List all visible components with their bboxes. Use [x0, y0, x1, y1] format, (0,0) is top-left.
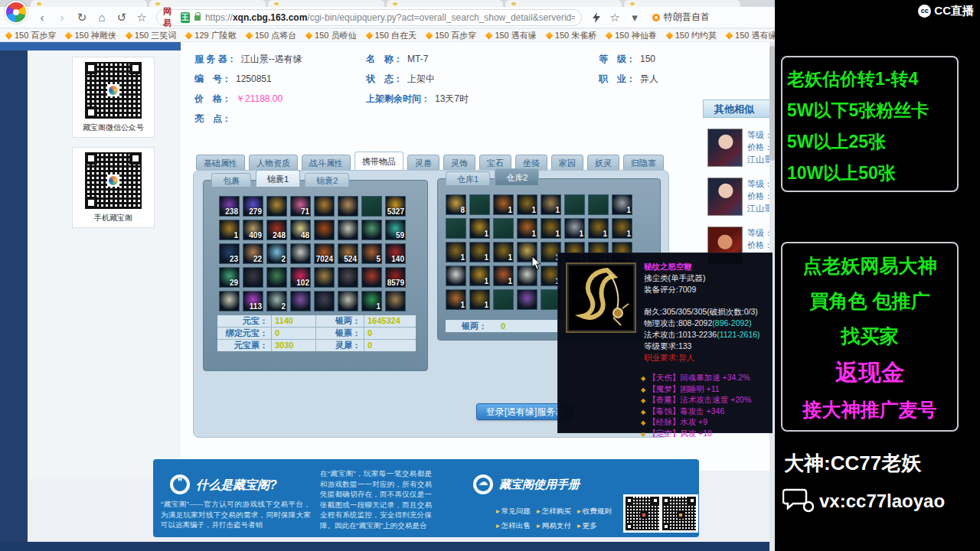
- item-slot[interactable]: 1: [219, 220, 240, 240]
- inventory-tab[interactable]: 锦囊2: [305, 173, 349, 187]
- item-slot[interactable]: 524: [338, 243, 358, 264]
- bookmark-item[interactable]: 150 神雕侠: [66, 30, 116, 41]
- item-slot[interactable]: [469, 194, 490, 215]
- back-icon[interactable]: ‹: [32, 11, 52, 24]
- dropdown-caret-icon[interactable]: ▾: [625, 11, 645, 24]
- browser-tab[interactable]: [624, 0, 740, 7]
- bookmark-item[interactable]: 150 三笑词: [126, 30, 176, 41]
- browser-tab[interactable]: [387, 0, 503, 7]
- item-slot[interactable]: 1: [541, 194, 561, 215]
- reload-icon[interactable]: ↻: [72, 11, 92, 24]
- tab-3[interactable]: 携带物品: [354, 152, 403, 170]
- item-slot[interactable]: [266, 267, 287, 288]
- bookmark-item[interactable]: 150 约约莫: [667, 30, 717, 41]
- bookmark-item[interactable]: 150 点将台: [247, 30, 296, 41]
- item-slot[interactable]: [361, 196, 382, 217]
- item-slot[interactable]: [517, 289, 537, 310]
- address-bar[interactable]: 网易 王 https://xqn.cbg.163.com/cgi-bin/equ…: [156, 9, 582, 26]
- item-slot[interactable]: [338, 196, 358, 217]
- item-slot[interactable]: 113: [243, 291, 263, 311]
- inventory-tab[interactable]: 包裹: [211, 173, 251, 187]
- item-slot[interactable]: [314, 291, 335, 311]
- item-slot[interactable]: 238: [219, 196, 240, 217]
- item-slot[interactable]: 140: [385, 243, 406, 264]
- hot-search-text[interactable]: 特朗普自首: [664, 11, 710, 24]
- tab-4[interactable]: 灵兽: [407, 155, 439, 170]
- browser-logo-icon[interactable]: [5, 1, 28, 24]
- similar-item-avatar[interactable]: [707, 129, 743, 167]
- tab-1[interactable]: 人物资质: [249, 155, 298, 170]
- item-slot[interactable]: 1: [517, 218, 537, 239]
- item-slot[interactable]: 1: [588, 218, 609, 239]
- tab-2[interactable]: 战斗属性: [302, 155, 351, 170]
- item-slot[interactable]: 1: [469, 218, 490, 239]
- item-slot[interactable]: 1: [564, 218, 585, 239]
- item-slot[interactable]: [564, 194, 585, 215]
- history-icon[interactable]: ↺: [112, 11, 132, 24]
- scrollbar-thumb[interactable]: [769, 46, 775, 161]
- bookmark-item[interactable]: 150 遇有缘: [486, 30, 536, 41]
- tab-9[interactable]: 妖灵: [587, 155, 619, 170]
- footer-link[interactable]: ▸网易支付: [537, 518, 577, 533]
- item-slot[interactable]: [588, 194, 609, 215]
- item-slot[interactable]: 1: [446, 289, 466, 310]
- item-slot[interactable]: [493, 218, 514, 239]
- lightning-icon[interactable]: [592, 12, 601, 23]
- extension-badge[interactable]: 王: [181, 12, 190, 23]
- tab-7[interactable]: 坐骑: [515, 155, 547, 170]
- item-slot[interactable]: 1: [541, 218, 561, 239]
- item-slot[interactable]: 1: [493, 242, 514, 262]
- item-slot[interactable]: 1: [361, 291, 382, 311]
- item-slot[interactable]: 1: [469, 289, 490, 310]
- bookmark-star-icon[interactable]: ☆: [605, 11, 625, 24]
- bookmark-item[interactable]: 150 百步穿: [6, 30, 56, 41]
- bookmark-item[interactable]: 150 自在天: [367, 30, 416, 41]
- item-slot[interactable]: 1: [612, 194, 632, 215]
- item-slot[interactable]: [361, 220, 382, 240]
- item-slot[interactable]: 2: [266, 291, 287, 311]
- footer-link[interactable]: ▸常见问题: [496, 504, 537, 518]
- item-slot[interactable]: 23: [219, 243, 240, 264]
- item-slot[interactable]: [243, 267, 263, 288]
- tab-6[interactable]: 宝石: [479, 155, 511, 170]
- url-text[interactable]: https://xqn.cbg.163.com/cgi-bin/equipque…: [205, 12, 575, 23]
- item-slot[interactable]: 248: [266, 220, 287, 240]
- footer-link[interactable]: ▸更多: [577, 518, 618, 533]
- item-slot[interactable]: [385, 291, 406, 311]
- bookmark-item[interactable]: 150 遇有缘: [727, 30, 775, 41]
- item-slot[interactable]: 2: [266, 243, 287, 264]
- forward-icon[interactable]: ›: [52, 11, 72, 24]
- item-slot[interactable]: 22: [243, 243, 263, 264]
- bookmark-item[interactable]: 150 朱雀桥: [547, 30, 596, 41]
- item-slot[interactable]: 1: [493, 194, 514, 215]
- item-slot[interactable]: 59: [385, 220, 406, 240]
- item-slot[interactable]: 71: [290, 196, 311, 217]
- inventory-tab[interactable]: 仓库1: [446, 171, 490, 185]
- bookmark-item[interactable]: 150 神仙眷: [606, 30, 656, 41]
- item-slot[interactable]: [266, 196, 287, 217]
- item-slot[interactable]: 1: [446, 242, 466, 262]
- item-slot[interactable]: 1: [469, 242, 490, 262]
- item-slot[interactable]: [361, 267, 382, 288]
- item-slot[interactable]: 102: [290, 267, 311, 288]
- item-slot[interactable]: [446, 266, 466, 286]
- home-icon[interactable]: ⌂: [92, 11, 112, 24]
- item-slot[interactable]: 8579: [385, 267, 406, 288]
- bookmark-item[interactable]: 150 百步穿: [426, 30, 476, 41]
- item-slot[interactable]: 1: [517, 194, 537, 215]
- item-slot[interactable]: 5: [361, 243, 382, 264]
- bookmark-item[interactable]: 129 广陵散: [186, 30, 236, 41]
- favorites-star-icon[interactable]: ☆: [132, 11, 152, 24]
- tab-8[interactable]: 家园: [551, 155, 583, 170]
- item-slot[interactable]: 8: [446, 194, 466, 215]
- item-slot[interactable]: [338, 220, 358, 240]
- item-slot[interactable]: [338, 267, 358, 288]
- browser-tab[interactable]: [505, 0, 622, 7]
- tab-5[interactable]: 灵饰: [443, 155, 475, 170]
- item-slot[interactable]: [219, 291, 240, 311]
- item-slot[interactable]: 5327: [385, 196, 406, 217]
- inventory-tab[interactable]: 仓库2: [495, 168, 539, 185]
- item-slot[interactable]: [446, 218, 466, 239]
- item-slot[interactable]: [290, 243, 311, 264]
- item-slot[interactable]: 1: [469, 266, 490, 286]
